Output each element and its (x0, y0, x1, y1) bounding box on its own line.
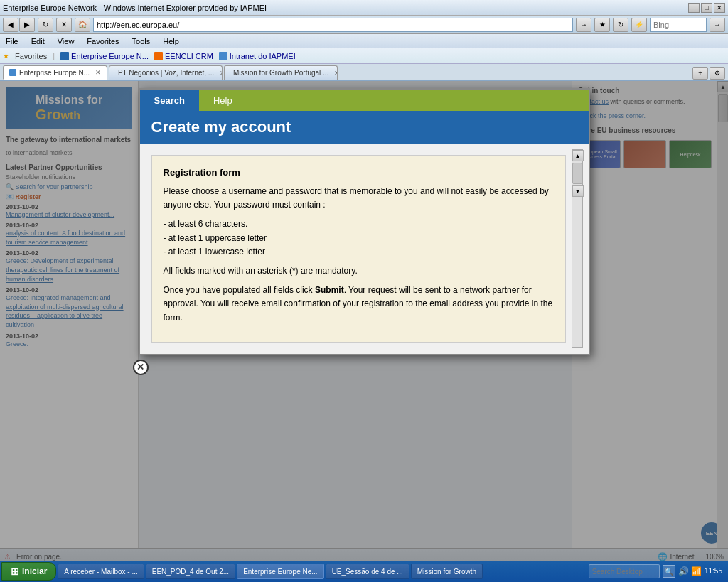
task-3[interactable]: UE_Sessão de 4 de ... (326, 564, 410, 579)
bing-search-button[interactable]: → (710, 18, 725, 32)
task-4[interactable]: Mission for Growth (411, 564, 483, 579)
task-1[interactable]: EEN_POD_4 de Out 2... (146, 564, 235, 579)
go-button[interactable]: → (576, 18, 592, 32)
system-tray: 🔍 🔊 📶 11:55 (584, 564, 727, 578)
modal-tab-search-label: Search (154, 95, 185, 106)
crm-favicon (154, 52, 163, 60)
modal-tab-search[interactable]: Search (140, 90, 199, 111)
req-2: - at least 1 lowercase letter (164, 245, 554, 259)
close-button[interactable]: ✕ (714, 3, 725, 13)
task-3-label: UE_Sessão de 4 de ... (332, 568, 403, 576)
menu-file[interactable]: File (3, 37, 21, 45)
tab-new-button[interactable]: + (692, 67, 708, 80)
window-controls: _ □ ✕ (688, 3, 725, 13)
browser-content: Missions for Growth The gateway to inter… (0, 81, 728, 565)
title-bar: Enterprise Europe Network - Windows Inte… (0, 0, 728, 16)
modal-close-button[interactable]: ✕ (133, 360, 149, 375)
task-0[interactable]: A receber - Mailbox - ... (58, 564, 144, 579)
background-page: Missions for Growth The gateway to inter… (0, 81, 728, 565)
start-button[interactable]: ⊞ Iniciar (1, 562, 56, 581)
menu-edit[interactable]: Edit (28, 37, 48, 45)
submit-prefix: Once you have populated all fields click (164, 285, 315, 295)
forward-button[interactable]: ▶ (19, 18, 35, 32)
tab-close-een[interactable]: ✕ (95, 69, 101, 76)
rss-button[interactable]: ⚡ (631, 18, 647, 32)
menu-help[interactable]: Help (160, 37, 182, 45)
task-4-label: Mission for Growth (417, 568, 476, 576)
modal-tab-help[interactable]: Help (199, 90, 589, 111)
modal-scroll-up[interactable]: ▲ (572, 150, 584, 161)
tab-ptneg[interactable]: PT Negócios | Voz, Internet, ... ✕ (109, 65, 223, 80)
refresh-all-button[interactable]: ↻ (613, 18, 628, 32)
mandatory-note: All fields marked with an asterisk (*) a… (164, 264, 554, 278)
tab-label-mission: Mission for Growth Portugal ... (233, 69, 329, 77)
submit-bold: Submit (315, 285, 344, 295)
modal-tab-bar: Search Help (140, 90, 589, 111)
task-1-label: EEN_POD_4 de Out 2... (152, 568, 229, 576)
start-icon: ⊞ (11, 566, 19, 577)
menu-tools[interactable]: Tools (129, 37, 154, 45)
nav-buttons: ◀ ▶ (3, 18, 35, 32)
task-0-label: A receber - Mailbox - ... (64, 568, 137, 576)
minimize-button[interactable]: _ (688, 3, 700, 13)
submit-instructions: Once you have populated all fields click… (164, 284, 554, 325)
tab-mission[interactable]: Mission for Growth Portugal ... ✕ (224, 65, 338, 80)
intranet-favicon (219, 52, 228, 60)
favorites-star-icon: ★ (3, 52, 9, 60)
create-account-modal: Search Help Create my account Registrati… (139, 88, 590, 355)
tab-een[interactable]: Enterprise Europe N... ✕ (3, 65, 107, 80)
desktop-search-button[interactable]: 🔍 (663, 565, 675, 578)
task-2-label: Enterprise Europe Ne... (243, 568, 318, 576)
window-title: Enterprise Europe Network - Windows Inte… (3, 4, 267, 12)
password-requirements: - at least 6 characters. - at least 1 up… (164, 217, 554, 259)
modal-tab-help-label: Help (213, 95, 232, 106)
restore-button[interactable]: □ (701, 3, 712, 13)
een-favicon (60, 52, 69, 60)
start-label: Iniciar (22, 566, 47, 576)
system-clock: 11:55 (705, 567, 722, 576)
registration-form-title: Registration form (164, 167, 554, 178)
favorites-label: Favorites (15, 52, 47, 60)
tab-favicon-een (9, 69, 16, 76)
tab-close-mission[interactable]: ✕ (334, 70, 338, 77)
favorites-item-crm[interactable]: EENCLI CRM (154, 52, 213, 60)
desktop-search-input[interactable] (589, 564, 660, 578)
add-favorites-button[interactable]: ★ (594, 18, 610, 32)
bing-search-input[interactable] (650, 18, 707, 32)
menu-view[interactable]: View (55, 37, 77, 45)
address-bar: ◀ ▶ ↻ ✕ 🏠 → ★ ↻ ⚡ → (0, 16, 728, 34)
modal-overlay: Search Help Create my account Registrati… (0, 81, 728, 565)
home-button[interactable]: 🏠 (75, 18, 90, 32)
stop-button[interactable]: ✕ (56, 18, 72, 32)
modal-body: Registration form Please choose a userna… (151, 155, 566, 343)
menu-bar: File Edit View Favorites Tools Help (0, 34, 728, 48)
tab-close-ptneg[interactable]: ✕ (220, 70, 223, 77)
tab-label-ptneg: PT Negócios | Voz, Internet, ... (118, 69, 214, 77)
modal-scroll-down[interactable]: ▼ (572, 185, 584, 197)
tab-bar: Enterprise Europe N... ✕ PT Negócios | V… (0, 64, 728, 81)
favorites-item-intranet[interactable]: Intranet do IAPMEI (219, 52, 296, 60)
taskbar: ⊞ Iniciar A receber - Mailbox - ... EEN_… (0, 561, 728, 582)
crm-fav-label: EENCLI CRM (165, 52, 213, 60)
modal-scroll-thumb[interactable] (572, 163, 582, 184)
registration-paragraph1: Please choose a username and password th… (164, 185, 554, 212)
task-2[interactable]: Enterprise Europe Ne... (237, 564, 324, 579)
favorites-bar: ★ Favorites | Enterprise Europe N... EEN… (0, 48, 728, 64)
favorites-item-een[interactable]: Enterprise Europe N... (60, 52, 149, 60)
refresh-button[interactable]: ↻ (38, 18, 53, 32)
modal-body-container: Registration form Please choose a userna… (146, 149, 583, 348)
modal-scrollbar[interactable]: ▲ ▼ (572, 149, 583, 348)
menu-favorites[interactable]: Favorites (84, 37, 122, 45)
back-button[interactable]: ◀ (3, 18, 18, 32)
req-1: - at least 1 uppercase letter (164, 232, 554, 245)
req-0: - at least 6 characters. (164, 217, 554, 231)
tab-tools-button[interactable]: ⚙ (710, 67, 725, 80)
een-fav-label: Enterprise Europe N... (71, 52, 149, 60)
intranet-fav-label: Intranet do IAPMEI (230, 52, 296, 60)
tab-label-een: Enterprise Europe N... (19, 69, 90, 77)
url-input[interactable] (93, 18, 573, 32)
modal-header: Create my account (140, 111, 589, 144)
clock-time: 11:55 (705, 567, 722, 576)
tray-icons: 🔊 📶 (678, 566, 702, 576)
modal-title: Create my account (151, 118, 291, 136)
